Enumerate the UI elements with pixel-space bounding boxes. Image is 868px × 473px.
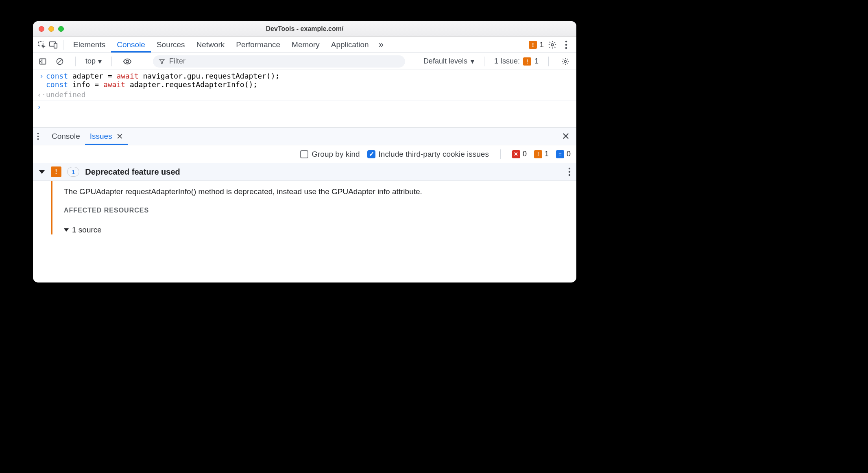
checkbox-checked-icon bbox=[367, 150, 375, 158]
divider bbox=[63, 40, 63, 50]
settings-icon[interactable] bbox=[545, 40, 559, 49]
warning-badge-count: 1 bbox=[539, 40, 544, 49]
drawer-tabstrip: Console Issues ✕ ✕ bbox=[33, 127, 576, 145]
chevron-down-icon: ▾ bbox=[98, 57, 102, 66]
group-by-kind-checkbox[interactable]: Group by kind bbox=[300, 150, 360, 159]
svg-point-6 bbox=[565, 47, 567, 49]
more-options-icon[interactable] bbox=[559, 40, 573, 49]
warning-badge-icon[interactable]: ! bbox=[529, 41, 537, 49]
console-toolbar: top ▾ Filter Default levels ▾ 1 Issue: !… bbox=[33, 53, 576, 70]
svg-point-11 bbox=[126, 60, 129, 62]
issues-toolbar: Group by kind Include third-party cookie… bbox=[33, 145, 576, 163]
include-third-party-label: Include third-party cookie issues bbox=[379, 150, 489, 159]
error-count[interactable]: ✕0 bbox=[512, 150, 527, 158]
divider bbox=[143, 57, 143, 66]
console-output-row: ‹· undefined bbox=[33, 89, 576, 101]
tab-application[interactable]: Application bbox=[325, 37, 375, 53]
drawer-tab-console[interactable]: Console bbox=[47, 128, 85, 145]
window-title: DevTools - example.com/ bbox=[33, 25, 576, 33]
clear-console-icon[interactable] bbox=[54, 56, 65, 67]
console-log-area[interactable]: › const adapter = await navigator.gpu.re… bbox=[33, 70, 576, 127]
svg-point-13 bbox=[37, 133, 39, 135]
titlebar: DevTools - example.com/ bbox=[33, 21, 576, 37]
live-expression-icon[interactable] bbox=[122, 56, 133, 67]
info-count[interactable]: ≡0 bbox=[556, 150, 571, 158]
svg-line-10 bbox=[58, 59, 62, 64]
divider bbox=[500, 149, 501, 159]
issue-count-pill: 1 bbox=[67, 167, 79, 177]
context-label: top bbox=[85, 57, 96, 66]
tab-performance[interactable]: Performance bbox=[230, 37, 286, 53]
context-selector[interactable]: top ▾ bbox=[85, 57, 102, 66]
console-code: const adapter = await navigator.gpu.requ… bbox=[46, 72, 279, 89]
svg-point-15 bbox=[37, 138, 39, 140]
levels-label: Default levels bbox=[423, 57, 467, 66]
inspect-element-icon[interactable] bbox=[36, 39, 48, 50]
drawer-tab-issues-label: Issues bbox=[90, 132, 112, 141]
close-tab-icon[interactable]: ✕ bbox=[116, 131, 123, 141]
tab-memory[interactable]: Memory bbox=[286, 37, 325, 53]
tab-network[interactable]: Network bbox=[191, 37, 231, 53]
svg-point-16 bbox=[569, 168, 570, 169]
console-settings-icon[interactable] bbox=[558, 57, 572, 66]
tab-elements[interactable]: Elements bbox=[68, 37, 111, 53]
divider bbox=[548, 57, 549, 66]
console-result: undefined bbox=[46, 90, 86, 99]
close-drawer-icon[interactable]: ✕ bbox=[562, 131, 572, 142]
include-third-party-checkbox[interactable]: Include third-party cookie issues bbox=[367, 150, 489, 159]
issue-title: Deprecated feature used bbox=[85, 167, 180, 177]
svg-point-18 bbox=[569, 174, 570, 176]
tab-console[interactable]: Console bbox=[111, 37, 151, 53]
chevron-down-icon: ▾ bbox=[471, 57, 474, 66]
svg-point-14 bbox=[37, 136, 39, 137]
svg-point-3 bbox=[551, 44, 554, 46]
svg-rect-2 bbox=[54, 43, 57, 48]
input-marker-icon: › bbox=[37, 72, 46, 89]
issue-menu-icon[interactable] bbox=[568, 167, 571, 176]
divider bbox=[484, 57, 484, 66]
filter-icon bbox=[159, 58, 165, 65]
expand-triangle-icon bbox=[39, 170, 45, 174]
affected-resources-label: AFFECTED RESOURCES bbox=[64, 207, 568, 214]
device-toolbar-icon[interactable] bbox=[48, 39, 59, 50]
more-tabs-icon[interactable]: » bbox=[379, 39, 382, 50]
toggle-sidebar-icon[interactable] bbox=[37, 56, 48, 67]
divider bbox=[75, 57, 76, 66]
issue-body: The GPUAdapter requestAdapterInfo() meth… bbox=[33, 181, 576, 234]
drawer-tab-issues[interactable]: Issues ✕ bbox=[85, 128, 128, 145]
issues-link[interactable]: 1 Issue: ! 1 bbox=[494, 57, 539, 66]
svg-point-12 bbox=[565, 60, 567, 62]
filter-placeholder: Filter bbox=[169, 57, 185, 66]
svg-point-5 bbox=[565, 44, 567, 46]
svg-point-17 bbox=[569, 171, 570, 173]
warning-badge-icon: ! bbox=[51, 166, 61, 177]
devtools-window: DevTools - example.com/ Elements Console… bbox=[33, 21, 576, 282]
output-marker-icon: ‹· bbox=[37, 90, 46, 99]
error-badge-icon: ✕ bbox=[512, 150, 520, 158]
tab-sources[interactable]: Sources bbox=[151, 37, 191, 53]
group-by-kind-label: Group by kind bbox=[312, 150, 360, 159]
console-prompt-icon[interactable]: › bbox=[33, 101, 576, 115]
issues-link-count: 1 bbox=[534, 57, 539, 66]
warning-count[interactable]: !1 bbox=[534, 150, 549, 158]
warning-badge-icon: ! bbox=[534, 150, 542, 158]
divider bbox=[111, 57, 112, 66]
issues-link-label: 1 Issue: bbox=[494, 57, 520, 66]
console-input-row: › const adapter = await navigator.gpu.re… bbox=[33, 70, 576, 89]
expand-triangle-icon bbox=[64, 228, 69, 232]
svg-point-4 bbox=[565, 40, 567, 42]
checkbox-icon bbox=[300, 150, 308, 158]
main-tabstrip: Elements Console Sources Network Perform… bbox=[33, 37, 576, 53]
issue-source-toggle[interactable]: 1 source bbox=[64, 226, 568, 234]
drawer-menu-icon[interactable] bbox=[37, 132, 47, 140]
warning-badge-icon: ! bbox=[523, 57, 531, 66]
filter-input[interactable]: Filter bbox=[153, 55, 405, 68]
info-badge-icon: ≡ bbox=[556, 150, 564, 158]
issue-source-label: 1 source bbox=[72, 226, 102, 234]
issue-message: The GPUAdapter requestAdapterInfo() meth… bbox=[64, 187, 568, 196]
issue-header[interactable]: ! 1 Deprecated feature used bbox=[33, 163, 576, 181]
log-levels-selector[interactable]: Default levels ▾ bbox=[423, 57, 474, 66]
